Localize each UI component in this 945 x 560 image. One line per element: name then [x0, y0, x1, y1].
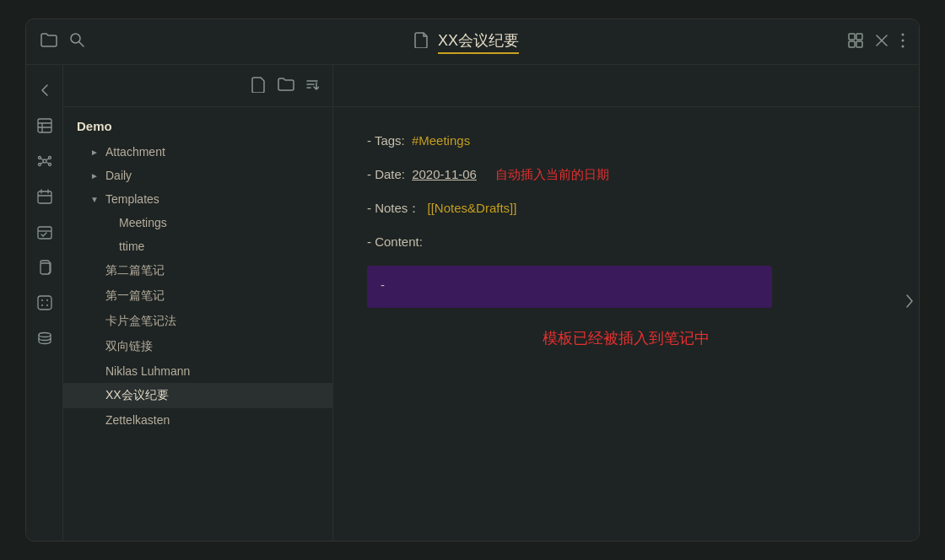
item-label: Templates: [105, 192, 319, 206]
svg-line-22: [40, 163, 43, 164]
date-line: - Date: 2020-11-06 自动插入当前的日期: [367, 164, 885, 185]
tree-item-zettelkasten-box[interactable]: 卡片盒笔记法: [63, 309, 332, 334]
tree-item-meetings[interactable]: Meetings: [63, 211, 332, 234]
sidebar-icons: [26, 65, 63, 541]
date-label: - Date:: [367, 167, 405, 181]
item-label: Meetings: [119, 216, 319, 229]
svg-point-0: [71, 34, 80, 43]
tree-item-attachment[interactable]: ► Attachment: [63, 140, 332, 164]
new-folder-icon[interactable]: [277, 77, 295, 95]
title-bar-left: [40, 31, 85, 52]
svg-point-9: [902, 39, 904, 41]
checklist-icon[interactable]: [30, 217, 60, 247]
graph-view-icon[interactable]: [30, 146, 60, 176]
file-tree-content: Demo ► Attachment ► Daily ▼ Templates Me…: [63, 107, 332, 541]
tree-root: Demo: [63, 114, 332, 140]
svg-rect-28: [38, 227, 51, 239]
item-label: Attachment: [105, 145, 319, 159]
date-value: 2020-11-06: [412, 167, 477, 181]
svg-point-36: [39, 333, 51, 337]
nav-back-button[interactable]: [30, 75, 60, 105]
tree-item-ttime[interactable]: ttime: [63, 234, 332, 258]
svg-line-20: [40, 159, 43, 160]
svg-rect-3: [856, 34, 862, 40]
svg-rect-5: [856, 41, 862, 47]
svg-point-16: [38, 157, 40, 159]
grid-view-button[interactable]: [848, 33, 863, 51]
svg-point-8: [902, 33, 904, 35]
tags-label: - Tags:: [367, 133, 405, 148]
svg-line-23: [46, 163, 49, 164]
tree-item-bidirectional[interactable]: 双向链接: [63, 334, 332, 359]
notes-label: - Notes：: [367, 201, 420, 215]
item-label: Niklas Luhmann: [105, 364, 319, 378]
svg-point-15: [43, 159, 46, 163]
search-icon[interactable]: [68, 31, 85, 52]
tree-item-note1[interactable]: 第一篇笔记: [63, 283, 332, 309]
content-line: - Content:: [367, 232, 885, 252]
tags-line: - Tags: #Meetings: [367, 131, 885, 151]
close-button[interactable]: [875, 34, 888, 51]
item-label: ttime: [119, 240, 319, 253]
arrow-icon: ▼: [90, 195, 100, 204]
copy-icon[interactable]: [30, 252, 60, 283]
svg-line-21: [46, 159, 49, 160]
item-label: Zettelkasten: [105, 413, 319, 427]
tags-value[interactable]: #Meetings: [412, 133, 470, 148]
sort-icon[interactable]: [305, 77, 319, 95]
right-panel-toolbar: [333, 65, 919, 107]
tree-item-templates[interactable]: ▼ Templates: [63, 187, 332, 211]
tree-item-daily[interactable]: ► Daily: [63, 164, 332, 187]
content-dash: -: [381, 277, 385, 292]
content-label: - Content:: [367, 234, 423, 249]
svg-point-34: [41, 304, 43, 306]
item-label: 第一篇笔记: [105, 288, 319, 304]
app-window: XX会议纪要: [25, 19, 920, 541]
svg-rect-30: [40, 263, 50, 274]
main-area: Demo ► Attachment ► Daily ▼ Templates Me…: [26, 65, 919, 541]
folder-icon[interactable]: [40, 31, 58, 52]
table-view-icon[interactable]: [30, 110, 60, 141]
notes-line: - Notes： [[Notes&Drafts]]: [367, 198, 885, 218]
tree-item-zettelkasten[interactable]: Zettelkasten: [63, 408, 332, 432]
svg-point-33: [46, 299, 48, 301]
content-block[interactable]: -: [367, 266, 772, 308]
more-options-button[interactable]: [900, 32, 905, 52]
svg-rect-11: [38, 119, 51, 132]
new-note-icon[interactable]: [251, 76, 267, 96]
right-panel: - Tags: #Meetings - Date: 2020-11-06 自动插…: [333, 65, 919, 541]
svg-point-35: [46, 304, 48, 306]
notes-value[interactable]: [[Notes&Drafts]]: [428, 201, 517, 215]
database-icon[interactable]: [30, 323, 60, 353]
template-inserted-msg: 模板已经被插入到笔记中: [367, 328, 885, 348]
title-bar: XX会议纪要: [26, 19, 919, 65]
svg-rect-31: [38, 296, 51, 310]
item-label: 卡片盒笔记法: [105, 314, 319, 329]
svg-point-19: [48, 164, 51, 166]
svg-point-32: [41, 299, 43, 301]
title-bar-center: XX会议纪要: [85, 30, 848, 54]
tree-item-niklas[interactable]: Niklas Luhmann: [63, 359, 332, 383]
date-comment: 自动插入当前的日期: [495, 167, 609, 181]
item-label: 第二篇笔记: [105, 263, 319, 278]
svg-rect-24: [38, 191, 51, 203]
svg-point-17: [48, 157, 51, 159]
right-nav-arrow[interactable]: [900, 285, 919, 320]
editor-area[interactable]: - Tags: #Meetings - Date: 2020-11-06 自动插…: [333, 107, 919, 541]
title-bar-right: [848, 32, 905, 52]
item-label: Daily: [105, 169, 319, 182]
dice-icon[interactable]: [30, 288, 60, 318]
file-tree-panel: Demo ► Attachment ► Daily ▼ Templates Me…: [63, 65, 333, 541]
svg-rect-2: [849, 34, 855, 40]
calendar-icon[interactable]: [30, 181, 60, 212]
arrow-icon: ►: [90, 148, 100, 157]
file-tree-toolbar: [63, 65, 332, 107]
arrow-icon: ►: [90, 171, 100, 180]
tree-item-xx-meeting[interactable]: XX会议纪要: [63, 383, 332, 408]
title-doc-icon: [414, 31, 429, 52]
svg-line-1: [79, 42, 84, 46]
tree-item-note2[interactable]: 第二篇笔记: [63, 258, 332, 283]
item-label: XX会议纪要: [105, 388, 319, 403]
document-title: XX会议纪要: [438, 30, 519, 54]
item-label: 双向链接: [105, 339, 319, 354]
